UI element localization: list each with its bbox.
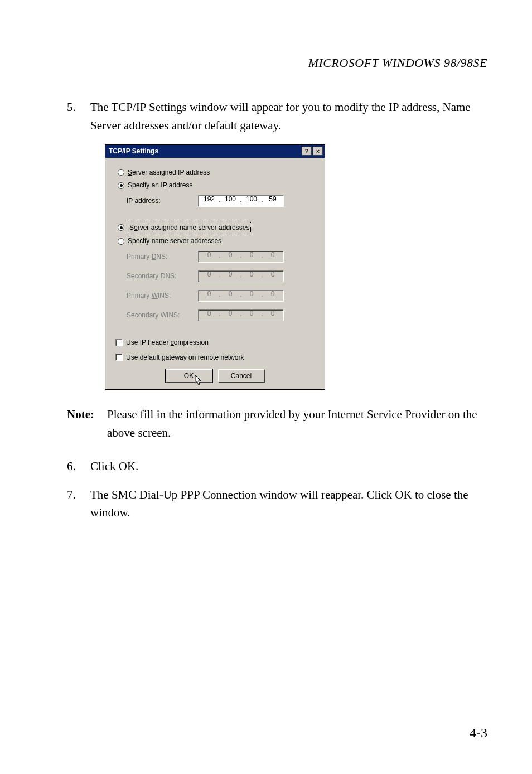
radio-icon [118, 238, 124, 245]
checkbox-label: Use IP header compression [126, 337, 209, 348]
cancel-button[interactable]: Cancel [218, 369, 265, 383]
radio-label: Specify name server addresses [128, 236, 221, 246]
primary-wins-label: Primary WINS: [127, 291, 198, 301]
step-number: 6. [67, 457, 90, 476]
radio-label: Specify an IP address [128, 180, 193, 191]
secondary-wins-input: 0. 0. 0. 0 [198, 309, 284, 321]
checkbox-label: Use default gateway on remote network [126, 352, 244, 363]
radio-icon [118, 224, 124, 231]
radio-label: Server assigned IP address [128, 167, 210, 178]
step-7: 7. The SMC Dial-Up PPP Connection window… [67, 486, 487, 522]
titlebar: TCP/IP Settings ? × [105, 145, 325, 158]
radio-icon [118, 182, 124, 189]
step-number: 5. [67, 98, 90, 134]
step-6: 6. Click OK. [67, 457, 487, 476]
ok-button[interactable]: OK [166, 369, 212, 383]
dialog-title: TCP/IP Settings [109, 146, 301, 157]
cursor-icon [195, 375, 203, 385]
ip-octet-1[interactable]: 192 [201, 194, 217, 205]
radio-icon [118, 169, 124, 176]
tcpip-settings-dialog: TCP/IP Settings ? × Server assigned IP a… [105, 144, 325, 390]
primary-wins-input: 0. 0. 0. 0 [198, 290, 284, 302]
note: Note: Please fill in the information pro… [67, 405, 487, 442]
radio-server-assigned-ip[interactable]: Server assigned IP address [118, 167, 316, 178]
radio-specify-ip[interactable]: Specify an IP address [118, 180, 316, 191]
ip-octet-2[interactable]: 100 [222, 194, 239, 205]
secondary-wins-label: Secondary WINS: [127, 310, 198, 321]
step-text: Click OK. [90, 457, 487, 476]
radio-server-assigned-ns[interactable]: Server assigned name server addresses [118, 222, 316, 234]
ip-octet-4[interactable]: 59 [264, 194, 281, 205]
help-button[interactable]: ? [302, 147, 312, 156]
ip-address-input[interactable]: 192 . 100 . 100 . 59 [198, 195, 284, 207]
running-head: MICROSOFT WINDOWS 98/98SE [45, 56, 487, 70]
step-text: The TCP/IP Settings window will appear f… [90, 98, 487, 134]
step-5: 5. The TCP/IP Settings window will appea… [67, 98, 487, 134]
secondary-dns-input: 0. 0. 0. 0 [198, 270, 284, 282]
radio-specify-ns[interactable]: Specify name server addresses [118, 236, 316, 246]
note-label: Note: [67, 405, 107, 442]
checkbox-icon [115, 339, 123, 346]
checkbox-default-gateway[interactable]: Use default gateway on remote network [115, 352, 316, 363]
close-button[interactable]: × [313, 147, 323, 156]
ip-address-label: IP address: [127, 196, 198, 206]
note-text: Please fill in the information provided … [107, 405, 487, 442]
step-number: 7. [67, 486, 90, 522]
primary-dns-label: Primary DNS: [127, 251, 198, 262]
radio-label: Server assigned name server addresses [128, 222, 251, 234]
secondary-dns-label: Secondary DNS: [127, 271, 198, 282]
step-text: The SMC Dial-Up PPP Connection window wi… [90, 486, 487, 522]
page-number: 4-3 [470, 725, 487, 741]
primary-dns-input: 0. 0. 0. 0 [198, 251, 284, 263]
checkbox-icon [115, 354, 123, 361]
ip-octet-3[interactable]: 100 [243, 194, 260, 205]
checkbox-ip-header-compression[interactable]: Use IP header compression [115, 337, 316, 348]
